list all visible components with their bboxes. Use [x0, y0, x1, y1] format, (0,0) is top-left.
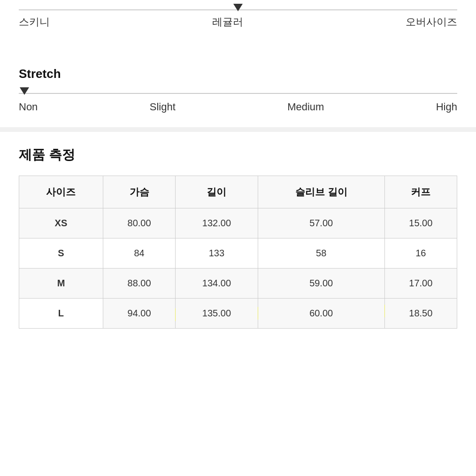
measurements-table-wrapper: 사이즈 가슴 길이 슬리브 길이 커프 XS 80.00 132.00 57.0… — [19, 176, 457, 329]
chest-s: 84 — [103, 238, 175, 269]
fit-section: 스키니 레귤러 오버사이즈 — [0, 0, 476, 57]
stretch-section: Stretch Non Slight Medium High — [0, 57, 476, 127]
table-row: XS 80.00 132.00 57.00 15.00 — [19, 208, 457, 238]
section-divider — [0, 127, 476, 132]
stretch-label-medium: Medium — [287, 101, 324, 113]
size-xs: XS — [19, 208, 103, 238]
fit-slider-container[interactable] — [19, 9, 457, 10]
chest-m: 88.00 — [103, 269, 175, 299]
cuff-xs: 15.00 — [384, 208, 457, 238]
chest-l: 94.00 — [103, 299, 175, 329]
table-row-l: L 94.00 135.00 60.00 18.50 — [19, 299, 457, 329]
length-xs: 132.00 — [176, 208, 258, 238]
col-header-size: 사이즈 — [19, 176, 103, 208]
table-header-row: 사이즈 가슴 길이 슬리브 길이 커프 — [19, 176, 457, 208]
sleeve-m: 59.00 — [258, 269, 384, 299]
stretch-label-non: Non — [19, 101, 38, 113]
fit-slider-labels: 스키니 레귤러 오버사이즈 — [19, 15, 457, 29]
stretch-slider-track — [19, 93, 457, 94]
stretch-label-slight: Slight — [150, 101, 176, 113]
cuff-l: 18.50 — [384, 299, 457, 329]
col-header-length: 길이 — [176, 176, 258, 208]
stretch-slider-container[interactable] — [19, 93, 457, 94]
fit-label-oversized: 오버사이즈 — [406, 15, 457, 29]
col-header-cuff: 커프 — [384, 176, 457, 208]
col-header-sleeve: 슬리브 길이 — [258, 176, 384, 208]
stretch-labels: Non Slight Medium High — [19, 101, 457, 113]
size-s: S — [19, 238, 103, 269]
cuff-s: 16 — [384, 238, 457, 269]
stretch-title: Stretch — [19, 67, 457, 81]
stretch-label-high: High — [436, 101, 457, 113]
sleeve-xs: 57.00 — [258, 208, 384, 238]
size-m: M — [19, 269, 103, 299]
table-row: S 84 133 58 16 — [19, 238, 457, 269]
stretch-slider-thumb — [20, 87, 29, 95]
fit-slider-track — [19, 9, 457, 10]
cuff-m: 17.00 — [384, 269, 457, 299]
sleeve-s: 58 — [258, 238, 384, 269]
measurements-title: 제품 측정 — [19, 146, 457, 164]
sleeve-l: 60.00 — [258, 299, 384, 329]
table-row: M 88.00 134.00 59.00 17.00 — [19, 269, 457, 299]
length-l: 135.00 — [176, 299, 258, 329]
fit-slider-thumb — [233, 4, 243, 11]
length-m: 134.00 — [176, 269, 258, 299]
fit-label-regular: 레귤러 — [212, 15, 243, 29]
size-l: L — [19, 299, 103, 329]
chest-xs: 80.00 — [103, 208, 175, 238]
fit-label-skinny: 스키니 — [19, 15, 50, 29]
measurements-section: 제품 측정 사이즈 가슴 길이 슬리브 길이 커프 XS — [0, 132, 476, 343]
length-s: 133 — [176, 238, 258, 269]
measurements-table: 사이즈 가슴 길이 슬리브 길이 커프 XS 80.00 132.00 57.0… — [19, 176, 457, 329]
col-header-chest: 가슴 — [103, 176, 175, 208]
page-container: 스키니 레귤러 오버사이즈 Stretch Non Slight Medium … — [0, 0, 476, 343]
